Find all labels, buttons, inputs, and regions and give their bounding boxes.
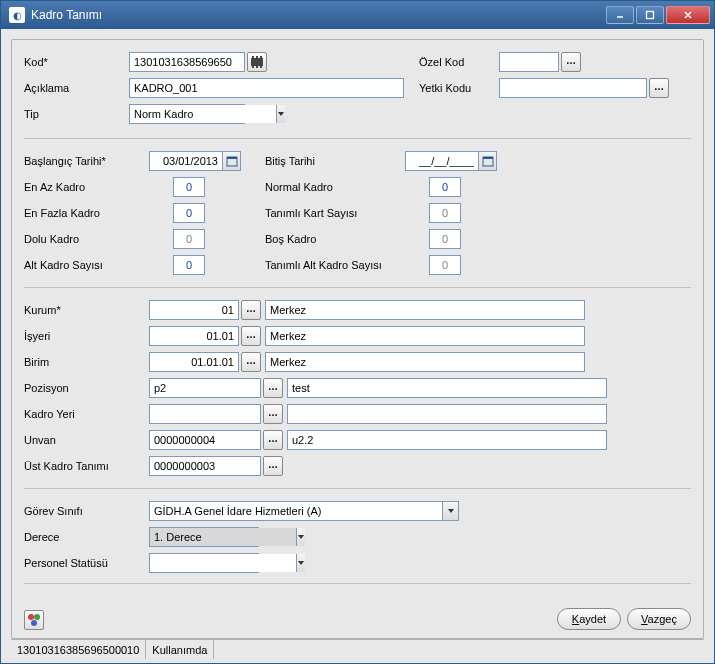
chevron-down-icon[interactable]: [442, 502, 458, 520]
isyeri-lookup[interactable]: [241, 326, 261, 346]
ust-lookup[interactable]: [263, 456, 283, 476]
birim-label: Birim: [24, 356, 149, 368]
cancel-button[interactable]: Vazgeç: [627, 608, 691, 630]
svg-rect-1: [647, 12, 654, 19]
unvan-lookup[interactable]: [263, 430, 283, 450]
derece-input[interactable]: [150, 528, 296, 546]
alt-input[interactable]: [173, 255, 205, 275]
tanimli-kart-input: [429, 203, 461, 223]
kurum-code[interactable]: [149, 300, 239, 320]
pozisyon-desc[interactable]: [287, 378, 607, 398]
close-button[interactable]: [666, 6, 710, 24]
statu-input[interactable]: [150, 554, 296, 572]
ust-label: Üst Kadro Tanımı: [24, 460, 149, 472]
baslangic-date[interactable]: [149, 151, 241, 171]
kadroyeri-desc[interactable]: [287, 404, 607, 424]
dolu-input: [173, 229, 205, 249]
kurum-desc[interactable]: [265, 300, 585, 320]
derece-label: Derece: [24, 531, 149, 543]
ozel-kod-lookup[interactable]: [561, 52, 581, 72]
unvan-desc[interactable]: [287, 430, 607, 450]
baslangic-label: Başlangıç Tarihi*: [24, 155, 149, 167]
pozisyon-code[interactable]: [149, 378, 261, 398]
normal-input[interactable]: [429, 177, 461, 197]
pozisyon-label: Pozisyon: [24, 382, 149, 394]
bitis-date[interactable]: [405, 151, 497, 171]
client-area: Kod* Açıklama Tip: [1, 29, 714, 663]
yetki-kodu-input[interactable]: [499, 78, 647, 98]
svg-rect-5: [252, 56, 254, 58]
statu-label: Personel Statüsü: [24, 557, 149, 569]
isyeri-code[interactable]: [149, 326, 239, 346]
bos-input: [429, 229, 461, 249]
alt-label: Alt Kadro Sayısı: [24, 259, 149, 271]
bitis-label: Bitiş Tarihi: [265, 155, 405, 167]
statusbar: 13010316385696500010 Kullanımda: [11, 639, 704, 659]
chevron-down-icon[interactable]: [276, 105, 285, 123]
maximize-button[interactable]: [636, 6, 664, 24]
baslangic-input[interactable]: [150, 152, 222, 170]
main-panel: Kod* Açıklama Tip: [11, 39, 704, 639]
svg-point-16: [34, 614, 40, 620]
svg-point-17: [31, 620, 37, 626]
svg-rect-10: [260, 66, 262, 68]
chevron-down-icon[interactable]: [296, 554, 305, 572]
yetki-kodu-lookup[interactable]: [649, 78, 669, 98]
status-state: Kullanımda: [146, 640, 214, 659]
birim-code[interactable]: [149, 352, 239, 372]
derece-combo[interactable]: [149, 527, 259, 547]
tanimli-alt-label: Tanımlı Alt Kadro Sayısı: [265, 259, 405, 271]
window-title: Kadro Tanımı: [31, 8, 606, 22]
en-fazla-label: En Fazla Kadro: [24, 207, 149, 219]
svg-rect-7: [260, 56, 262, 58]
ust-code[interactable]: [149, 456, 261, 476]
unvan-code[interactable]: [149, 430, 261, 450]
kadroyeri-code[interactable]: [149, 404, 261, 424]
yetki-kodu-label: Yetki Kodu: [419, 82, 499, 94]
tanimli-alt-input: [429, 255, 461, 275]
bos-label: Boş Kadro: [265, 233, 405, 245]
tip-input[interactable]: [130, 105, 276, 123]
birim-desc[interactable]: [265, 352, 585, 372]
gorev-label: Görev Sınıfı: [24, 505, 149, 517]
film-icon[interactable]: [247, 52, 267, 72]
kurum-label: Kurum*: [24, 304, 149, 316]
svg-rect-9: [256, 66, 258, 68]
ozel-kod-input[interactable]: [499, 52, 559, 72]
calendar-icon[interactable]: [222, 152, 240, 170]
tanimli-kart-label: Tanımlı Kart Sayısı: [265, 207, 405, 219]
svg-rect-14: [483, 157, 493, 159]
isyeri-label: İşyeri: [24, 330, 149, 342]
en-az-label: En Az Kadro: [24, 181, 149, 193]
minimize-button[interactable]: [606, 6, 634, 24]
gorev-combo[interactable]: [149, 501, 459, 521]
aciklama-input[interactable]: [129, 78, 404, 98]
en-az-input[interactable]: [173, 177, 205, 197]
kadro-tanimi-window: ◐ Kadro Tanımı Kod*: [0, 0, 715, 664]
color-tool-icon[interactable]: [24, 610, 44, 630]
gorev-input[interactable]: [150, 502, 442, 520]
dolu-label: Dolu Kadro: [24, 233, 149, 245]
tip-label: Tip: [24, 108, 129, 120]
kadroyeri-lookup[interactable]: [263, 404, 283, 424]
svg-rect-6: [256, 56, 258, 58]
kurum-lookup[interactable]: [241, 300, 261, 320]
app-icon: ◐: [9, 7, 25, 23]
tip-combo[interactable]: [129, 104, 245, 124]
normal-label: Normal Kadro: [265, 181, 405, 193]
svg-rect-4: [251, 58, 263, 66]
birim-lookup[interactable]: [241, 352, 261, 372]
svg-point-15: [28, 614, 34, 620]
pozisyon-lookup[interactable]: [263, 378, 283, 398]
kod-label: Kod*: [24, 56, 129, 68]
save-button[interactable]: Kaydet: [557, 608, 621, 630]
chevron-down-icon[interactable]: [296, 528, 305, 546]
status-id: 13010316385696500010: [11, 640, 146, 659]
statu-combo[interactable]: [149, 553, 259, 573]
titlebar: ◐ Kadro Tanımı: [1, 1, 714, 29]
calendar-icon[interactable]: [478, 152, 496, 170]
kod-input[interactable]: [129, 52, 245, 72]
isyeri-desc[interactable]: [265, 326, 585, 346]
bitis-input[interactable]: [406, 152, 478, 170]
en-fazla-input[interactable]: [173, 203, 205, 223]
